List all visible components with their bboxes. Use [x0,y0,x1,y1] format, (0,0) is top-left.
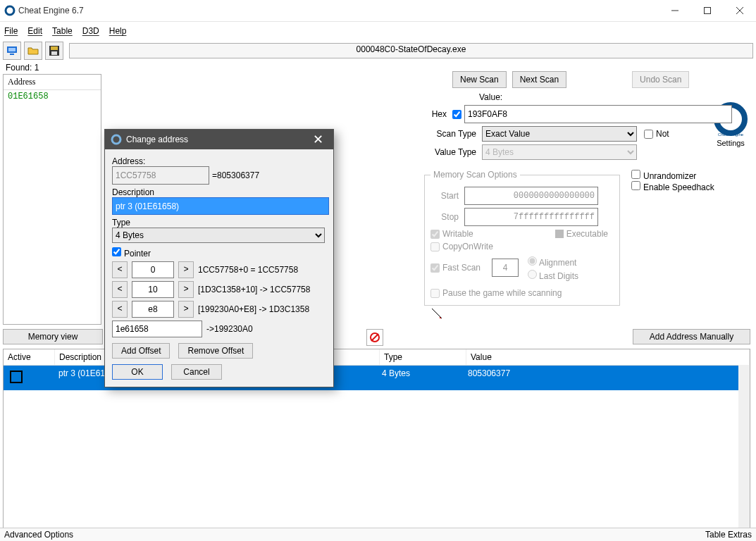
offset-input-0[interactable] [132,261,174,278]
offset-prev-button[interactable]: < [112,261,128,278]
unrandomizer-label: Unrandomizer [643,171,696,181]
add-address-manually-button[interactable]: Add Address Manually [633,329,750,344]
executable-label: Executable [566,229,614,239]
add-offset-button[interactable]: Add Offset [112,343,170,359]
pause-label: Pause the game while scanning [442,288,567,298]
offset-next-button[interactable]: > [178,301,194,318]
found-count: Found: 1 [3,61,101,74]
stop-label: Stop [430,212,464,222]
next-scan-button[interactable]: Next Scan [512,71,566,88]
scrollbar[interactable] [738,365,750,528]
crosshair-icon[interactable] [430,306,444,321]
app-icon [4,5,16,16]
address-input[interactable] [112,166,209,185]
dialog-titlebar[interactable]: Change address ✕ [105,130,333,149]
column-address[interactable]: Address [4,75,101,90]
base-address-desc: ->199230A0 [206,324,253,334]
pointer-checkbox[interactable] [112,247,121,256]
new-scan-button[interactable]: New Scan [452,71,507,88]
row-value: 805306377 [464,366,750,390]
start-input[interactable] [464,187,598,205]
stop-input[interactable] [464,208,598,226]
description-input[interactable] [112,197,329,215]
maximize-button[interactable] [691,0,724,21]
scan-type-select[interactable]: Exact Value [482,126,637,142]
monitor-icon [6,45,18,56]
table-extras-link[interactable]: Table Extras [705,530,752,540]
pause-checkbox[interactable] [430,289,440,298]
not-checkbox[interactable] [644,130,653,139]
value-label: Value: [479,92,508,102]
hex-checkbox[interactable] [452,110,461,119]
offset-next-button[interactable]: > [178,281,194,298]
svg-line-14 [371,334,378,341]
offset-input-2[interactable] [132,301,174,318]
unrandomizer-checkbox[interactable] [631,170,640,179]
memory-scan-options: Memory Scan Options Start Stop Writable … [424,170,620,306]
ok-button[interactable]: OK [112,364,163,380]
address-label: Address: [112,156,326,166]
address-equals: =805306377 [212,170,259,180]
offset-next-button[interactable]: > [178,261,194,278]
open-file-button[interactable] [24,42,42,60]
dialog-title: Change address [126,135,188,144]
menu-d3d[interactable]: D3D [82,26,99,36]
writable-label: Writable [442,229,479,239]
minimize-button[interactable] [659,0,691,21]
fastscan-label: Fast Scan [442,263,486,273]
window-title: Cheat Engine 6.7 [18,6,84,15]
alignment-label: Alignment [539,258,582,268]
row-type: 4 Bytes [378,366,464,390]
scan-type-label: Scan Type [423,129,482,139]
speedhack-checkbox[interactable] [631,181,640,190]
th-active[interactable]: Active [4,349,55,365]
writable-checkbox[interactable] [430,230,440,239]
active-checkbox[interactable] [10,371,23,383]
statusbar: Advanced Options Table Extras [0,528,756,541]
copyonwrite-checkbox[interactable] [430,242,440,251]
value-input[interactable] [464,105,732,123]
undo-scan-button[interactable]: Undo Scan [632,71,689,88]
remove-offset-button[interactable]: Remove Offset [178,343,253,359]
fastscan-checkbox[interactable] [430,263,440,273]
th-type[interactable]: Type [380,349,466,365]
dialog-close-button[interactable]: ✕ [308,130,328,149]
menu-help[interactable]: Help [109,26,127,36]
offset-desc-1: [1D3C1358+10] -> 1CC57758 [198,285,310,294]
advanced-options-link[interactable]: Advanced Options [4,530,73,540]
offset-input-1[interactable] [132,281,174,298]
menubar: File Edit Table D3D Help [0,22,756,40]
hex-label: Hex [423,109,452,119]
value-type-label: Value Type [423,147,482,157]
description-label: Description [112,187,326,197]
menu-file[interactable]: File [4,26,18,36]
svg-rect-10 [51,51,57,55]
close-button[interactable] [724,0,756,21]
scan-results-list[interactable]: Address 01E61658 [3,74,101,325]
menu-edit[interactable]: Edit [27,26,42,36]
lastdigits-radio[interactable] [528,270,537,279]
svg-rect-6 [8,48,16,51]
alignment-radio[interactable] [528,256,537,266]
fastscan-value[interactable] [492,259,519,277]
result-row[interactable]: 01E61658 [4,90,101,103]
type-select[interactable]: 4 Bytes [112,228,325,243]
dialog-icon [111,134,122,145]
value-type-select[interactable]: 4 Bytes [482,144,637,160]
menu-table[interactable]: Table [52,26,73,36]
type-label: Type [112,218,326,228]
svg-rect-9 [51,46,58,50]
offset-desc-2: [199230A0+E8] -> 1D3C1358 [198,304,309,314]
offset-desc-0: 1CC57758+0 = 1CC57758 [198,265,298,275]
process-bar[interactable]: 000048C0-StateOfDecay.exe [69,43,753,58]
cancel-button[interactable]: Cancel [171,364,222,380]
offset-prev-button[interactable]: < [112,281,128,298]
stop-scan-icon[interactable] [366,329,383,346]
base-address-input[interactable] [112,321,202,337]
th-value[interactable]: Value [466,349,750,365]
save-button[interactable] [45,42,63,60]
executable-checkbox[interactable] [555,230,564,238]
offset-prev-button[interactable]: < [112,301,128,318]
open-process-button[interactable] [3,42,21,60]
memory-view-button[interactable]: Memory view [3,329,103,344]
